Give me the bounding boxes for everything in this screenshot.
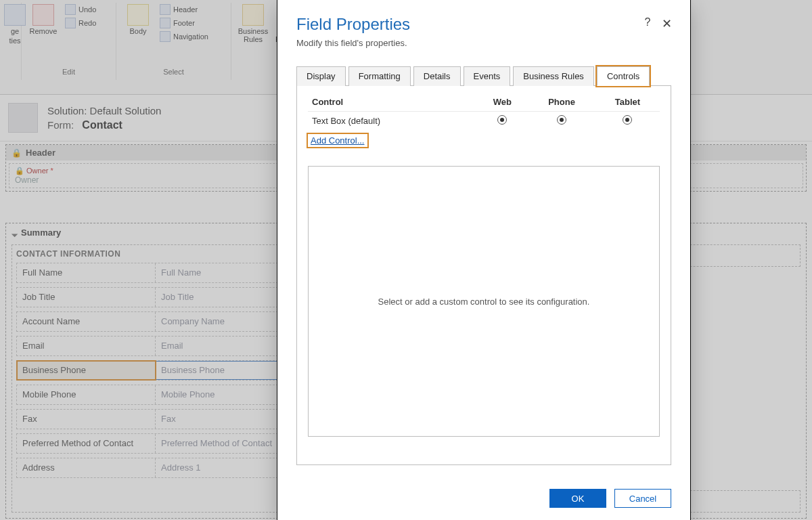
dialog-title: Field Properties	[296, 15, 671, 34]
add-control-link[interactable]: Add Control...	[308, 134, 367, 147]
control-row[interactable]: Text Box (default)	[308, 112, 660, 131]
control-config-placeholder: Select or add a custom control to see it…	[308, 166, 660, 437]
tabstrip: DisplayFormattingDetailsEventsBusiness R…	[296, 66, 671, 86]
col-tablet: Tablet	[595, 94, 660, 112]
radio-web[interactable]	[497, 115, 507, 125]
col-web: Web	[477, 94, 528, 112]
tab-formatting[interactable]: Formatting	[348, 66, 411, 86]
tab-controls[interactable]: Controls	[597, 66, 650, 86]
tab-business-rules[interactable]: Business Rules	[513, 66, 594, 86]
help-button[interactable]: ?	[641, 16, 654, 28]
tab-details[interactable]: Details	[413, 66, 461, 86]
dialog-subtitle: Modify this field's properties.	[296, 38, 671, 48]
col-phone: Phone	[528, 94, 595, 112]
ok-button[interactable]: OK	[549, 489, 606, 508]
radio-tablet[interactable]	[623, 115, 632, 125]
cancel-button[interactable]: Cancel	[614, 489, 671, 508]
radio-phone[interactable]	[557, 115, 566, 125]
col-control: Control	[308, 94, 477, 112]
tab-display[interactable]: Display	[296, 66, 346, 86]
controls-tab-panel: Control Web Phone Tablet Text Box (defau…	[296, 86, 671, 465]
control-name: Text Box (default)	[308, 112, 477, 131]
field-properties-dialog: Field Properties Modify this field's pro…	[277, 0, 690, 520]
close-button[interactable]: ✕	[660, 16, 673, 31]
tab-events[interactable]: Events	[464, 66, 511, 86]
controls-table: Control Web Phone Tablet Text Box (defau…	[308, 94, 660, 130]
